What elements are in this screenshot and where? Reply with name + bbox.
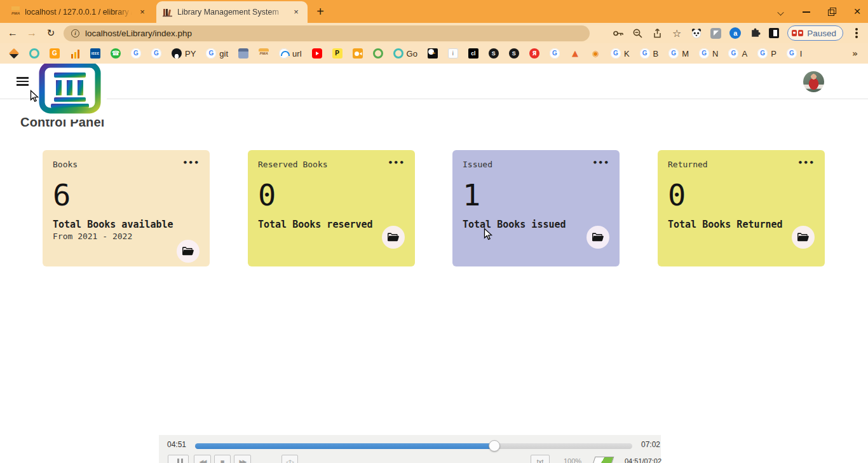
bookmark-item[interactable]: Я — [529, 48, 539, 59]
bookmark-item[interactable]: IEEE — [90, 48, 100, 59]
bookmark-item[interactable]: GB — [640, 48, 659, 59]
eye-icon: ◉ — [590, 48, 600, 59]
skip-back-button[interactable] — [194, 455, 211, 463]
card-menu-icon[interactable]: ••• — [183, 160, 200, 166]
video-player-controls: 04:51 07:02 txt 100% 04:51/07:02 — [159, 435, 661, 463]
bookmark-item[interactable]: cl — [468, 48, 478, 59]
password-key-icon[interactable] — [612, 27, 623, 39]
bookmark-item[interactable]: P — [332, 48, 342, 59]
tab-phpmyadmin[interactable]: PMA localhost / 127.0.0.1 / elibrary / a — [5, 1, 154, 23]
a-extension-icon[interactable] — [729, 27, 741, 39]
bookmark-item[interactable]: PY — [172, 48, 196, 59]
minimize-button[interactable] — [802, 7, 811, 16]
bookmark-item[interactable]: G — [151, 48, 161, 59]
bookmark-star-icon[interactable] — [671, 27, 682, 39]
card-menu-icon[interactable]: ••• — [798, 160, 815, 166]
contrast-extension-icon[interactable] — [769, 28, 779, 38]
bookmark-item[interactable] — [373, 48, 383, 59]
bookmark-item[interactable]: PMA — [259, 48, 269, 59]
bookmark-item[interactable]: GN — [699, 48, 718, 59]
mouse-cursor — [484, 228, 493, 244]
card-value: 6 — [53, 180, 200, 210]
bookmark-item[interactable]: G — [50, 48, 60, 59]
restore-button[interactable] — [827, 7, 836, 16]
bookmark-item[interactable]: ◉ — [590, 48, 600, 59]
bookmark-item[interactable]: i — [448, 48, 458, 59]
bookmark-item[interactable]: S — [509, 48, 519, 59]
bookmark-item[interactable] — [29, 48, 39, 59]
elapsed-time: 04:51 — [167, 440, 186, 449]
seek-bar[interactable] — [195, 443, 632, 449]
open-folder-button[interactable] — [177, 240, 200, 263]
site-info-icon[interactable] — [71, 29, 79, 38]
bookmark-item[interactable]: GM — [668, 48, 689, 59]
bookmark-item[interactable]: ☎ — [111, 48, 121, 59]
card-label: Total Books reserved — [258, 219, 405, 230]
extensions-puzzle-icon[interactable] — [749, 27, 761, 39]
bookmarks-bar: GIEEE☎GGPYGgitPMAurlPGoiclSSЯG▲◉GKGBGMGN… — [0, 43, 868, 64]
tab-library-management[interactable]: Library Management System — [156, 1, 308, 23]
bookmark-item[interactable]: url — [279, 48, 301, 59]
google-icon: G — [728, 48, 738, 59]
open-folder-button[interactable] — [587, 226, 609, 249]
marker-button[interactable] — [281, 455, 298, 463]
hamburger-menu-icon[interactable] — [17, 77, 29, 86]
tab-search-icon[interactable] — [776, 7, 785, 16]
bookmark-item[interactable]: GA — [728, 48, 747, 59]
tab-title: localhost / 127.0.0.1 / elibrary / a — [25, 8, 132, 17]
bookmark-item[interactable]: Go — [393, 48, 417, 59]
card-reserved-books: Reserved Books ••• 0 Total Books reserve… — [248, 150, 415, 266]
browser-window: PMA localhost / 127.0.0.1 / elibrary / a… — [0, 0, 868, 463]
bookmark-item[interactable] — [70, 48, 80, 59]
close-tab-icon[interactable] — [291, 7, 301, 17]
card-menu-icon[interactable]: ••• — [593, 160, 609, 166]
card-menu-icon[interactable]: ••• — [388, 160, 405, 166]
pointer-extension-icon[interactable] — [710, 28, 721, 39]
bookmark-item[interactable]: ▲ — [570, 48, 580, 59]
bookmark-item[interactable] — [238, 48, 248, 59]
close-window-button[interactable] — [853, 7, 862, 16]
address-bar[interactable]: localhost/eLibrary/index.php — [64, 25, 590, 41]
bookmark-item[interactable] — [428, 48, 438, 59]
open-folder-button[interactable] — [382, 226, 405, 249]
bookmark-item[interactable]: Ggit — [206, 48, 228, 59]
reload-button[interactable] — [44, 27, 57, 39]
skip-forward-button[interactable] — [234, 455, 251, 463]
bookmark-label: Go — [407, 49, 417, 59]
card-returned: Returned ••• 0 Total Books Returned — [658, 150, 825, 266]
new-tab-button[interactable] — [311, 3, 329, 21]
browser-menu-icon[interactable] — [855, 32, 858, 34]
panda-extension-icon[interactable] — [691, 27, 702, 39]
cl-icon: cl — [468, 48, 478, 59]
profile-paused-badge[interactable]: Paused — [787, 25, 843, 41]
speedtest-icon — [279, 48, 289, 59]
open-folder-button[interactable] — [792, 226, 815, 249]
card-issued: Issued ••• 1 Total Books issued — [452, 150, 620, 266]
close-tab-icon[interactable] — [137, 7, 147, 17]
toolbox-icon — [238, 48, 248, 59]
share-icon[interactable] — [651, 27, 663, 39]
bookmark-item[interactable]: S — [489, 48, 499, 59]
bookmark-item[interactable]: GP — [757, 48, 776, 59]
board-icon[interactable] — [592, 457, 614, 463]
seek-bar-thumb[interactable] — [489, 440, 500, 452]
user-avatar[interactable] — [803, 71, 824, 92]
bookmark-label: B — [653, 49, 659, 59]
bookmark-item[interactable] — [353, 48, 363, 59]
bookmark-item[interactable]: GI — [787, 48, 803, 59]
bookmark-item[interactable]: G — [131, 48, 141, 59]
page-content: Control Panel Books ••• 6 Total Books av… — [0, 64, 868, 463]
stop-button[interactable] — [214, 455, 231, 463]
bookmark-label: M — [682, 49, 689, 59]
bookmark-item[interactable]: G — [550, 48, 560, 59]
pause-button[interactable] — [168, 455, 189, 463]
bookmark-item[interactable] — [312, 48, 322, 59]
bookmark-item[interactable] — [9, 48, 19, 59]
back-button[interactable] — [6, 27, 19, 39]
text-button[interactable]: txt — [531, 455, 550, 463]
forward-button[interactable] — [25, 27, 38, 39]
bookmarks-overflow-icon[interactable] — [852, 48, 858, 59]
google-icon: G — [206, 48, 216, 59]
zoom-out-icon[interactable] — [632, 27, 643, 39]
bookmark-item[interactable]: GK — [611, 48, 630, 59]
